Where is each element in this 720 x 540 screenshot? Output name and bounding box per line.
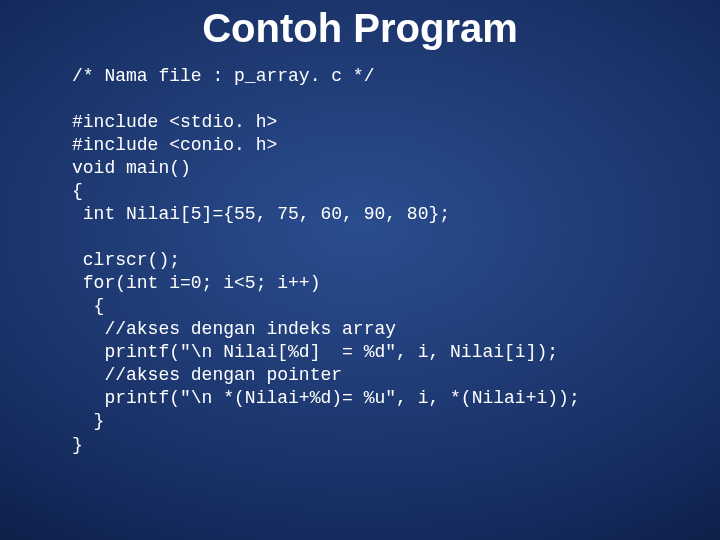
code-line: //akses dengan pointer xyxy=(72,365,342,385)
code-line: /* Nama file : p_array. c */ xyxy=(72,66,374,86)
code-line: } xyxy=(72,435,83,455)
code-line: } xyxy=(72,411,104,431)
code-line: { xyxy=(72,296,104,316)
code-line: //akses dengan indeks array xyxy=(72,319,396,339)
code-line: for(int i=0; i<5; i++) xyxy=(72,273,320,293)
code-line: printf("\n *(Nilai+%d)= %u", i, *(Nilai+… xyxy=(72,388,580,408)
code-line: int Nilai[5]={55, 75, 60, 90, 80}; xyxy=(72,204,450,224)
code-block: /* Nama file : p_array. c */ #include <s… xyxy=(0,51,720,457)
code-line: #include <conio. h> xyxy=(72,135,277,155)
code-line: #include <stdio. h> xyxy=(72,112,277,132)
slide-title: Contoh Program xyxy=(0,0,720,51)
code-line: clrscr(); xyxy=(72,250,180,270)
code-line: void main() xyxy=(72,158,191,178)
code-line: printf("\n Nilai[%d] = %d", i, Nilai[i])… xyxy=(72,342,558,362)
code-line: { xyxy=(72,181,83,201)
